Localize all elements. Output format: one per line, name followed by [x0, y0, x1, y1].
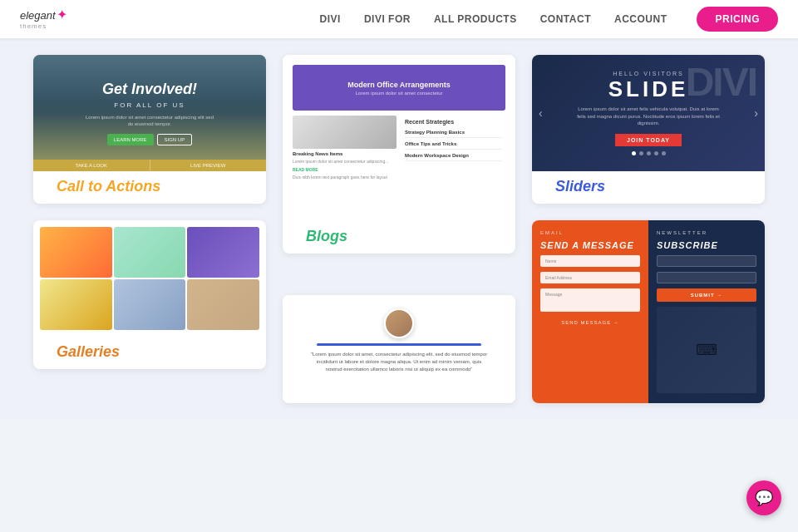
- card-blogs: Modern Office Arrangements Lorem ipsum d…: [283, 55, 515, 254]
- email-label: EMAIL: [540, 230, 640, 235]
- slider-dot-5[interactable]: [662, 151, 666, 155]
- contact-send-button[interactable]: SEND MESSAGE →: [540, 320, 640, 325]
- testimonial-text: "Lorem ipsum dolor sit amet, consectetur…: [308, 351, 490, 373]
- newsletter-email-field[interactable]: [657, 272, 756, 283]
- cta-preview: Get Involved! FOR ALL OF US Lorem ipsum …: [33, 55, 266, 171]
- cta-body-text: Lorem ipsum dolor sit amet consectetur a…: [83, 114, 216, 128]
- cta-label: Call to Actions: [33, 171, 266, 204]
- chat-icon: 💬: [755, 489, 773, 507]
- slider-prev-button[interactable]: ‹: [539, 106, 543, 120]
- blog-right-item-1[interactable]: Strategy Planning Basics: [405, 130, 502, 138]
- newsletter-section: NEWSLETTER SUBSCRIBE SUBMIT → ⌨: [648, 220, 765, 403]
- blog-item-1: Breaking News Items Lorem ipsum dolor si…: [293, 116, 397, 211]
- gallery-image-2: [114, 227, 186, 278]
- galleries-label-text: Galleries: [45, 335, 131, 368]
- blogs-header-sub: Lorem ipsum dolor sit amet consectetur: [355, 91, 442, 96]
- nav-item-divi-for[interactable]: DIVI FOR: [364, 13, 411, 25]
- blog-right-item-3[interactable]: Modern Workspace Design: [405, 153, 502, 161]
- sliders-preview: DIVI ‹ › HELLO VISITORS SLIDE Lorem ipsu…: [532, 55, 765, 171]
- slider-content: HELLO VISITORS SLIDE Lorem ipsum dolor s…: [574, 71, 723, 155]
- blog-image-laptop: [293, 116, 397, 149]
- contact-email-field[interactable]: Email Address: [540, 272, 640, 283]
- logo-wordmark: elegant: [20, 10, 56, 21]
- nav-item-account[interactable]: ACCOUNT: [614, 13, 667, 25]
- sliders-label-text: Sliders: [544, 170, 617, 203]
- cta-label-text: Call to Actions: [45, 170, 172, 203]
- contact-message-placeholder: Message: [545, 292, 562, 297]
- chat-bubble-button[interactable]: 💬: [746, 480, 781, 515]
- nav-item-all-products[interactable]: ALL PRODUCTS: [434, 13, 517, 25]
- contact-form-title: SEND A MESSAGE: [540, 240, 640, 250]
- slider-label: HELLO VISITORS: [574, 71, 723, 76]
- contact-name-placeholder: Name: [545, 259, 556, 264]
- slider-dots: [574, 151, 723, 155]
- newsletter-title: SUBSCRIBE: [657, 240, 756, 250]
- slider-main-text: SLIDE: [574, 76, 723, 102]
- gallery-image-6: [187, 279, 259, 330]
- nav-item-divi[interactable]: DIVI: [320, 13, 341, 25]
- blogs-grid: Breaking News Items Lorem ipsum dolor si…: [293, 116, 505, 211]
- blog-related-title: Recent Strategies: [405, 119, 502, 125]
- contact-form-section: EMAIL SEND A MESSAGE Name Email Address …: [532, 220, 648, 403]
- card-call-to-actions: Get Involved! FOR ALL OF US Lorem ipsum …: [33, 55, 266, 204]
- newsletter-background-image: ⌨: [657, 307, 756, 393]
- cta-subtitle: FOR ALL OF US: [83, 101, 216, 109]
- testimonial-preview: "Lorem ipsum dolor sit amet, consectetur…: [283, 295, 515, 403]
- card-sliders: DIVI ‹ › HELLO VISITORS SLIDE Lorem ipsu…: [532, 55, 765, 204]
- galleries-label: Galleries: [33, 337, 266, 369]
- blog-text-1: Lorem ipsum dolor sit amet consectetur a…: [293, 159, 397, 165]
- card-testimonials: "Lorem ipsum dolor sit amet, consectetur…: [283, 295, 515, 403]
- testimonial-avatar: [384, 308, 414, 338]
- slider-dot-2[interactable]: [639, 151, 643, 155]
- pricing-button[interactable]: PRICING: [697, 7, 778, 32]
- newsletter-preview: EMAIL SEND A MESSAGE Name Email Address …: [532, 220, 765, 403]
- main-nav: DIVI DIVI FOR ALL PRODUCTS CONTACT ACCOU…: [320, 7, 778, 32]
- cta-bar-preview[interactable]: LIVE PREVIEW: [150, 160, 267, 171]
- slider-dot-3[interactable]: [647, 151, 651, 155]
- logo-star-icon: ✦: [57, 8, 67, 22]
- card-newsletter: EMAIL SEND A MESSAGE Name Email Address …: [532, 220, 765, 403]
- slider-next-button[interactable]: ›: [754, 106, 758, 120]
- blogs-header-title: Modern Office Arrangements: [347, 81, 451, 89]
- header: elegant ✦ themes DIVI DIVI FOR ALL PRODU…: [0, 0, 798, 38]
- testimonial-bar: [317, 343, 481, 346]
- gallery-image-5: [114, 279, 186, 330]
- main-content: Get Involved! FOR ALL OF US Lorem ipsum …: [0, 38, 798, 420]
- cta-content: Get Involved! FOR ALL OF US Lorem ipsum …: [83, 81, 216, 146]
- blog-right-col: Recent Strategies Strategy Planning Basi…: [401, 116, 505, 211]
- slider-dot-4[interactable]: [654, 151, 658, 155]
- cta-bottom-bar: TAKE A LOOK LIVE PREVIEW: [33, 160, 266, 171]
- logo: elegant ✦ themes: [20, 8, 67, 30]
- cta-signup-button[interactable]: SIGN UP: [157, 134, 193, 145]
- logo-subtext: themes: [20, 23, 67, 30]
- newsletter-name-field[interactable]: [657, 255, 756, 267]
- blogs-header: Modern Office Arrangements Lorem ipsum d…: [293, 65, 505, 111]
- galleries-preview: [33, 220, 266, 337]
- nav-item-contact[interactable]: CONTACT: [540, 13, 591, 25]
- newsletter-submit-button[interactable]: SUBMIT →: [657, 288, 756, 302]
- cta-title: Get Involved!: [83, 81, 216, 98]
- contact-message-field[interactable]: Message: [540, 288, 640, 312]
- blogs-label: Blogs: [283, 221, 515, 254]
- cta-bar-look[interactable]: TAKE A LOOK: [33, 160, 150, 171]
- gallery-image-1: [40, 227, 112, 278]
- sliders-label: Sliders: [532, 171, 765, 204]
- blog-right-item-2[interactable]: Office Tips and Tricks: [405, 141, 502, 150]
- card-galleries: Galleries: [33, 220, 266, 369]
- newsletter-label: NEWSLETTER: [657, 230, 756, 235]
- blog-caption-1: Breaking News Items: [293, 151, 397, 156]
- blogs-preview: Modern Office Arrangements Lorem ipsum d…: [283, 55, 515, 221]
- contact-name-field[interactable]: Name: [540, 255, 640, 267]
- blog-readmore-1[interactable]: READ MORE: [293, 167, 397, 172]
- blogs-label-text: Blogs: [294, 219, 359, 253]
- slider-join-button[interactable]: JOIN TODAY: [615, 134, 682, 146]
- cta-learn-more-button[interactable]: LEARN MORE: [107, 134, 154, 145]
- gallery-image-4: [40, 279, 112, 330]
- blog-text-2: Duis nibh lorem text paragraph goes here…: [293, 175, 397, 180]
- cta-buttons: LEARN MORE SIGN UP: [83, 134, 216, 145]
- slider-body-text: Lorem ipsum dolor sit amet felis vehicul…: [574, 106, 723, 126]
- contact-email-placeholder: Email Address: [545, 275, 572, 280]
- slider-dot-1[interactable]: [632, 151, 636, 155]
- gallery-image-3: [187, 227, 259, 278]
